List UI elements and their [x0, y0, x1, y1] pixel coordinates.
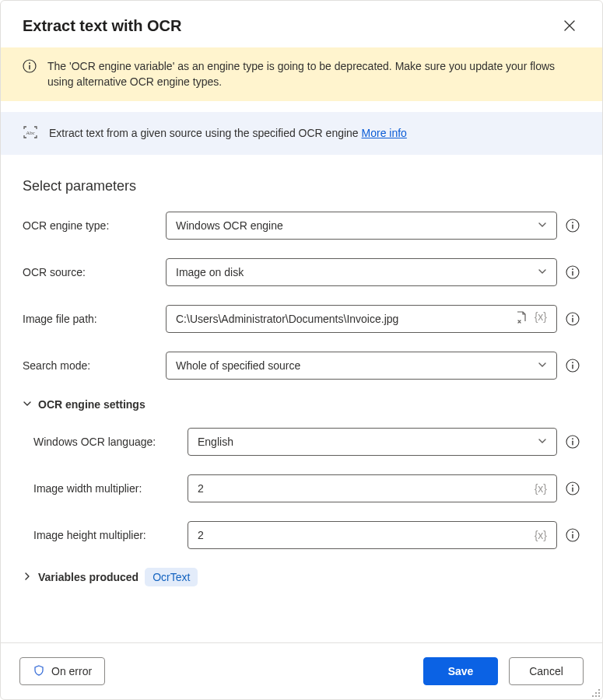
svg-rect-9 — [572, 271, 573, 275]
chevron-down-icon — [538, 266, 547, 278]
ocr-engine-settings-body: Windows OCR language: English Image widt… — [33, 428, 580, 549]
ocr-box-icon: Abc — [23, 124, 38, 142]
help-ocr-source[interactable] — [565, 264, 580, 280]
svg-point-17 — [572, 438, 573, 439]
help-ocr-engine-type[interactable] — [565, 218, 580, 233]
svg-point-11 — [572, 315, 573, 317]
svg-point-5 — [572, 222, 573, 223]
svg-rect-18 — [572, 440, 573, 445]
chevron-right-small-icon — [23, 571, 32, 583]
select-ocr-source[interactable]: Image on disk — [166, 258, 557, 286]
section-title: Select parameters — [23, 178, 580, 194]
label-ocr-engine-type: OCR engine type: — [23, 219, 155, 232]
action-description: Extract text from a given source using t… — [49, 127, 407, 139]
on-error-label: On error — [51, 665, 92, 677]
input-height-multiplier[interactable]: 2 {x} — [188, 521, 557, 549]
help-search-mode[interactable] — [565, 358, 580, 373]
on-error-button[interactable]: On error — [19, 657, 105, 685]
svg-rect-15 — [572, 364, 573, 369]
label-ocr-language: Windows OCR language: — [33, 436, 177, 448]
svg-rect-12 — [572, 317, 573, 322]
info-circle-icon — [23, 59, 37, 75]
help-height-multiplier[interactable] — [565, 527, 580, 543]
row-image-file-path: Image file path: C:\Users\Administrator\… — [23, 305, 580, 333]
dialog-header: Extract text with OCR — [1, 1, 602, 47]
close-button[interactable] — [559, 15, 580, 37]
select-ocr-language[interactable]: English — [188, 428, 557, 456]
svg-rect-24 — [572, 534, 573, 538]
help-ocr-language[interactable] — [565, 434, 580, 450]
row-search-mode: Search mode: Whole of specified source — [23, 352, 580, 380]
variable-pill-ocrtext[interactable]: OcrText — [145, 568, 198, 586]
toggle-variables-produced[interactable]: Variables produced OcrText — [23, 568, 580, 586]
svg-rect-21 — [572, 487, 573, 492]
select-value: Image on disk — [176, 266, 244, 278]
input-value: 2 — [198, 482, 535, 495]
variable-icon[interactable]: {x} — [535, 310, 547, 327]
select-ocr-engine-type[interactable]: Windows OCR engine — [166, 212, 557, 240]
svg-point-28 — [592, 695, 594, 697]
label-height-multiplier: Image height multiplier: — [33, 529, 177, 541]
close-icon — [564, 20, 575, 31]
cancel-label: Cancel — [529, 665, 563, 677]
select-value: Windows OCR engine — [176, 219, 283, 232]
row-height-multiplier: Image height multiplier: 2 {x} — [33, 521, 580, 549]
select-search-mode[interactable]: Whole of specified source — [166, 352, 557, 380]
ocr-engine-settings-header: OCR engine settings — [38, 398, 145, 411]
svg-point-30 — [598, 695, 600, 697]
save-button[interactable]: Save — [423, 657, 498, 685]
svg-text:Abc: Abc — [26, 130, 35, 136]
chevron-down-icon — [538, 359, 547, 372]
dialog-title: Extract text with OCR — [23, 17, 181, 35]
variable-icon[interactable]: {x} — [535, 482, 547, 495]
svg-point-25 — [598, 689, 600, 691]
dialog-footer: On error Save Cancel — [1, 642, 602, 699]
svg-point-26 — [595, 692, 597, 694]
warning-message: The 'OCR engine variable' as an engine t… — [47, 58, 571, 90]
shield-icon — [33, 664, 45, 679]
select-value: Whole of specified source — [176, 359, 300, 372]
svg-rect-6 — [572, 224, 573, 229]
help-width-multiplier[interactable] — [565, 481, 580, 496]
svg-rect-2 — [29, 65, 30, 70]
chevron-down-icon — [538, 436, 547, 448]
select-value: English — [198, 436, 233, 448]
dialog-extract-text-ocr: Extract text with OCR The 'OCR engine va… — [0, 0, 603, 700]
chevron-down-small-icon — [23, 398, 32, 411]
svg-point-8 — [572, 268, 573, 270]
svg-point-14 — [572, 362, 573, 363]
row-ocr-source: OCR source: Image on disk — [23, 258, 580, 286]
variable-icon[interactable]: {x} — [535, 529, 547, 541]
resize-grip[interactable] — [591, 688, 601, 698]
svg-point-27 — [598, 692, 600, 694]
help-image-file-path[interactable] — [565, 311, 580, 327]
deprecation-warning-banner: The 'OCR engine variable' as an engine t… — [1, 47, 602, 101]
input-value: C:\Users\Administrator\Documents\Invoice… — [176, 313, 514, 325]
label-width-multiplier: Image width multiplier: — [33, 482, 177, 495]
input-image-file-path[interactable]: C:\Users\Administrator\Documents\Invoice… — [166, 305, 557, 333]
label-image-file-path: Image file path: — [23, 313, 155, 325]
chevron-down-icon — [538, 219, 547, 232]
label-search-mode: Search mode: — [23, 359, 155, 372]
cancel-button[interactable]: Cancel — [509, 657, 584, 685]
svg-point-1 — [29, 62, 30, 64]
dialog-body: Select parameters OCR engine type: Windo… — [1, 155, 602, 642]
save-label: Save — [448, 665, 474, 677]
action-description-text: Extract text from a given source using t… — [49, 127, 362, 139]
toggle-ocr-engine-settings[interactable]: OCR engine settings — [23, 398, 580, 411]
label-ocr-source: OCR source: — [23, 266, 155, 278]
more-info-link[interactable]: More info — [362, 127, 407, 139]
variables-produced-header: Variables produced — [38, 571, 138, 583]
row-ocr-language: Windows OCR language: English — [33, 428, 580, 456]
svg-point-23 — [572, 531, 573, 533]
svg-point-29 — [595, 695, 597, 697]
svg-point-20 — [572, 485, 573, 486]
row-ocr-engine-type: OCR engine type: Windows OCR engine — [23, 212, 580, 240]
action-description-banner: Abc Extract text from a given source usi… — [1, 112, 602, 155]
file-select-icon[interactable] — [514, 310, 528, 327]
input-value: 2 — [198, 529, 535, 541]
input-width-multiplier[interactable]: 2 {x} — [188, 474, 557, 502]
row-width-multiplier: Image width multiplier: 2 {x} — [33, 474, 580, 502]
